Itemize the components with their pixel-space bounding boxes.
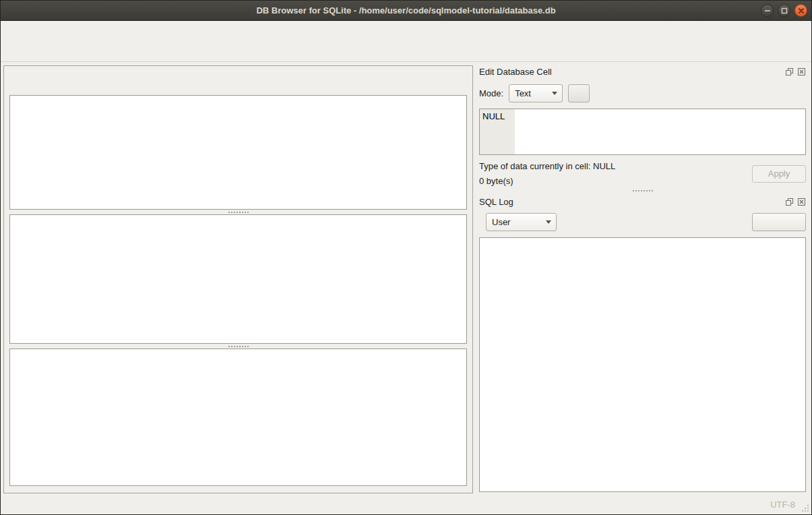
cell-info: Type of data currently in cell: NULL 0 b… [479, 161, 615, 186]
cell-type-text: Type of data currently in cell: NULL [479, 161, 615, 171]
content-area: Edit Database Cell Mode: Text NULL T [1, 62, 811, 495]
left-pane [3, 62, 473, 493]
edit-cell-dock-header: Edit Database Cell [479, 65, 806, 78]
clear-log-button[interactable] [752, 213, 806, 231]
log-filter-select[interactable]: User [486, 213, 557, 231]
splitter-docks[interactable] [479, 186, 806, 195]
close-button[interactable] [794, 4, 807, 17]
sql-log-title: SQL Log [479, 197, 782, 207]
execute-sql-panel [3, 65, 473, 493]
app-window: DB Browser for SQLite - /home/user/code/… [0, 0, 812, 515]
right-pane: Edit Database Cell Mode: Text NULL T [473, 62, 806, 493]
sql-toolbar [9, 70, 467, 90]
main-toolbar [1, 37, 811, 62]
mode-select[interactable]: Text [509, 84, 563, 102]
splitter-results-status[interactable] [9, 344, 467, 349]
cell-value: NULL [482, 111, 505, 121]
dock-close-icon[interactable] [797, 197, 806, 206]
edit-cell-title: Edit Database Cell [479, 67, 782, 77]
statusbar: UTF-8 [1, 495, 811, 514]
chevron-down-icon [541, 220, 556, 224]
titlebar[interactable]: DB Browser for SQLite - /home/user/code/… [1, 1, 811, 21]
log-filter-value: User [492, 217, 510, 227]
results-grid [9, 214, 467, 344]
cell-info-row: Type of data currently in cell: NULL 0 b… [479, 161, 806, 186]
chevron-down-icon [547, 92, 562, 95]
menubar [1, 21, 811, 37]
resize-grip[interactable] [801, 504, 809, 512]
execution-status-box [9, 349, 467, 486]
apply-button[interactable]: Apply [752, 165, 806, 183]
dock-close-icon[interactable] [797, 67, 806, 76]
sql-log-dock-header: SQL Log [479, 195, 806, 208]
sql-log-view[interactable] [479, 237, 806, 492]
window-title: DB Browser for SQLite - /home/user/code/… [1, 5, 811, 16]
splitter-editor-results[interactable] [9, 210, 467, 214]
window-controls [761, 4, 807, 17]
cell-mode-row: Mode: Text [479, 84, 806, 102]
sql-editor[interactable] [9, 95, 467, 210]
apply-settings-button[interactable] [568, 84, 590, 102]
dock-float-icon[interactable] [784, 67, 794, 76]
sql-log-controls: User [479, 213, 806, 231]
mode-label: Mode: [479, 88, 503, 98]
maximize-button[interactable] [778, 4, 790, 17]
mode-select-value: Text [515, 88, 531, 98]
cell-value-editor[interactable]: NULL [479, 109, 806, 155]
dock-float-icon[interactable] [784, 197, 794, 206]
minimize-button[interactable] [761, 4, 774, 17]
encoding-indicator: UTF-8 [770, 499, 795, 510]
cell-size-text: 0 byte(s) [479, 176, 615, 186]
